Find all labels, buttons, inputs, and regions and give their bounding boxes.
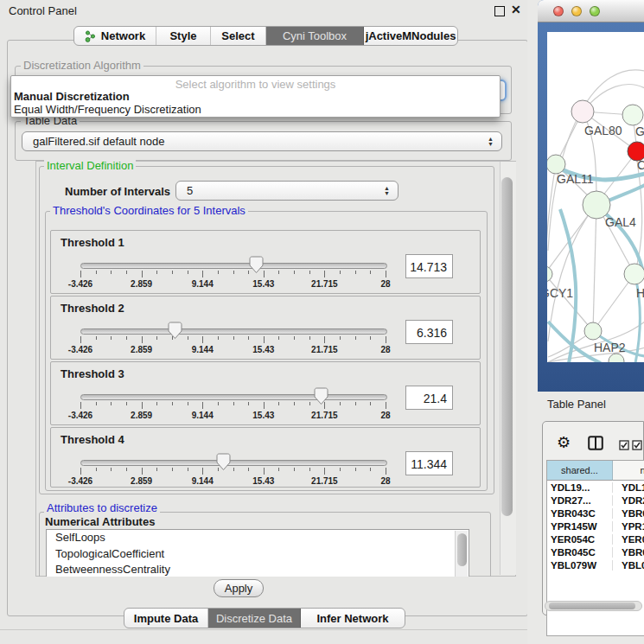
dropdown-option-equal-width[interactable]: Equal Width/Frequency Discretization <box>14 103 201 116</box>
list-item[interactable]: SelfLoops <box>47 530 469 546</box>
slider-track[interactable] <box>80 263 387 269</box>
checkbox-icon[interactable] <box>619 438 629 454</box>
algorithm-group-title: Discretization Algorithm <box>21 60 143 72</box>
number-of-intervals-value: 5 <box>187 184 193 197</box>
tab-label: Discretize Data <box>216 612 292 625</box>
number-of-intervals-combobox[interactable]: 5 ▲▼ <box>175 181 399 201</box>
table-row[interactable]: YER054CYER0 <box>547 532 644 545</box>
tab-jactivemnodules[interactable]: jActiveMNodules <box>364 27 457 45</box>
network-canvas[interactable]: GAL80GAL8CGAL11GAL4GCY1HHAP2 <box>547 32 644 362</box>
slider-ticks <box>80 468 386 475</box>
tab-cyni-toolbox[interactable]: Cyni Toolbox <box>266 27 364 45</box>
table-cell: YBL0 <box>613 560 644 571</box>
slider-ticks <box>80 336 386 344</box>
slider-tick-labels: -3.4262.8599.14415.4321.71528 <box>51 476 480 487</box>
slider-ticks <box>80 402 386 410</box>
node-label: GAL11 <box>557 172 594 186</box>
algorithm-dropdown: Select algorithm to view settings Manual… <box>10 75 501 118</box>
network-edge[interactable] <box>593 204 596 331</box>
network-node[interactable] <box>571 100 594 123</box>
list-item[interactable]: TopologicalCoefficient <box>47 546 469 563</box>
horizontal-scrollbar-thumb[interactable] <box>549 603 635 609</box>
checkbox-icon[interactable] <box>632 438 642 454</box>
number-of-intervals-label: Number of Intervals <box>65 185 170 198</box>
stepper-icon: ▲▼ <box>384 186 390 196</box>
threshold-value-field[interactable]: 6.316 <box>405 320 453 344</box>
network-node[interactable] <box>547 155 565 174</box>
threshold-value-field[interactable]: 11.344 <box>405 451 453 475</box>
node-label: GAL80 <box>584 124 622 137</box>
table-cell: YDR2 <box>613 495 644 506</box>
numerical-attributes-heading: Numerical Attributes <box>45 515 155 528</box>
gear-icon[interactable]: ⚙ <box>557 433 571 452</box>
bottom-tabs: Impute Data Discretize Data Infer Networ… <box>124 608 405 628</box>
column-header[interactable]: na <box>613 461 644 481</box>
node-label: GAL4 <box>605 215 636 229</box>
network-node[interactable] <box>622 105 643 125</box>
tab-label: Select <box>221 29 254 42</box>
threshold-value-field[interactable]: 21.4 <box>405 386 453 410</box>
table-panel-window: ⚙ shared...na YDL19...YDL1YDR27...YDR2YB… <box>542 421 644 615</box>
table-row[interactable]: YBL079WYBL0 <box>547 558 644 571</box>
list-item[interactable]: BetweennessCentrality <box>47 562 469 577</box>
close-panel-icon[interactable]: ✕ <box>511 3 521 16</box>
network-node[interactable] <box>584 322 602 340</box>
panel-title: Control Panel <box>9 4 77 17</box>
dropdown-option-manual[interactable]: Manual Discretization <box>14 90 130 103</box>
table-row[interactable]: YPR145WYPR1 <box>547 520 644 532</box>
horizontal-scrollbar-track[interactable] <box>545 601 642 611</box>
network-view-window: GAL80GAL8CGAL11GAL4GCY1HHAP2 <box>538 0 644 392</box>
network-node[interactable] <box>609 354 624 362</box>
float-panel-icon[interactable] <box>494 6 505 16</box>
tab-select[interactable]: Select <box>211 27 266 45</box>
table-panel-title: Table Panel <box>547 398 606 411</box>
bottom-divider <box>0 629 534 630</box>
attributes-group-clip: Numerical Attributes SelfLoops Topologic… <box>39 508 493 577</box>
threshold-label: Threshold 1 <box>61 236 124 249</box>
table-row[interactable]: YDL19...YDL1 <box>547 481 644 494</box>
slider-track[interactable] <box>80 394 387 400</box>
column-header[interactable]: shared... <box>547 461 613 481</box>
table-data-value: galFiltered.sif default node <box>33 135 164 148</box>
minimize-traffic-light-icon[interactable] <box>571 6 582 16</box>
node-label: HAP2 <box>594 341 626 354</box>
slider-tick-labels: -3.4262.8599.14415.4321.71528 <box>51 411 480 421</box>
slider-track[interactable] <box>80 460 387 466</box>
tab-network[interactable]: Network <box>74 27 156 45</box>
tab-infer-network[interactable]: Infer Network <box>301 609 405 628</box>
threshold-label: Threshold 4 <box>61 433 124 446</box>
threshold-value-field[interactable]: 14.713 <box>405 254 453 278</box>
tab-label: Impute Data <box>134 612 198 625</box>
close-traffic-light-icon[interactable] <box>553 6 564 16</box>
tab-impute-data[interactable]: Impute Data <box>124 609 208 628</box>
table-data-combobox[interactable]: galFiltered.sif default node ▲▼ <box>22 131 502 151</box>
node-label: GAL8 <box>635 124 644 138</box>
network-edge[interactable] <box>548 204 596 341</box>
list-scrollbar-thumb[interactable] <box>457 533 467 566</box>
network-edge[interactable] <box>547 164 556 274</box>
zoom-traffic-light-icon[interactable] <box>590 6 600 16</box>
tab-style[interactable]: Style <box>156 27 211 45</box>
tab-discretize-data[interactable]: Discretize Data <box>208 609 301 628</box>
network-node[interactable] <box>547 266 552 282</box>
table-row[interactable]: YDR27...YDR2 <box>547 494 644 507</box>
network-node[interactable] <box>624 264 644 284</box>
table-cell: YBR045C <box>547 547 613 558</box>
tab-label: Style <box>169 29 196 42</box>
table-header-row: shared...na <box>547 461 644 481</box>
table-row[interactable]: YBR045CYBR0 <box>547 545 644 558</box>
split-columns-icon[interactable] <box>588 436 603 454</box>
table-cell: YBR043C <box>547 508 613 519</box>
network-window-titlebar <box>538 0 644 22</box>
apply-button[interactable]: Apply <box>214 579 264 597</box>
tab-label: Infer Network <box>316 612 388 625</box>
table-cell: YDL1 <box>613 482 644 493</box>
table-cell: YPR145W <box>547 521 613 532</box>
table-cell: YDL19... <box>547 482 613 493</box>
stepper-icon: ▲▼ <box>488 137 494 147</box>
node-label: C <box>637 158 644 172</box>
node-label: GCY1 <box>547 286 573 300</box>
table-row[interactable]: YBR043CYBR0 <box>547 507 644 520</box>
slider-track[interactable] <box>80 328 387 335</box>
vertical-scrollbar-thumb[interactable] <box>501 177 513 516</box>
